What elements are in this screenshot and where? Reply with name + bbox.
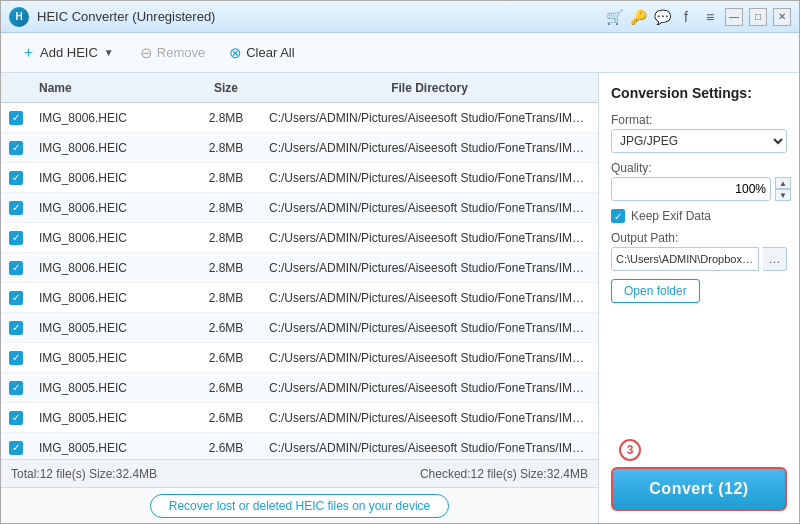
file-area: Name Size File Directory IMG_8006.HEIC 2… xyxy=(1,73,599,523)
table-row[interactable]: IMG_8005.HEIC 2.6MB C:/Users/ADMIN/Pictu… xyxy=(1,433,598,459)
window-title: HEIC Converter (Unregistered) xyxy=(37,9,605,24)
table-row[interactable]: IMG_8006.HEIC 2.8MB C:/Users/ADMIN/Pictu… xyxy=(1,103,598,133)
footer-total: Total:12 file(s) Size:32.4MB xyxy=(11,467,157,481)
row-name: IMG_8006.HEIC xyxy=(31,141,191,155)
row-checkbox[interactable] xyxy=(1,321,31,335)
row-size: 2.6MB xyxy=(191,411,261,425)
clear-all-label: Clear All xyxy=(246,45,294,60)
row-checkbox[interactable] xyxy=(1,171,31,185)
row-size: 2.8MB xyxy=(191,291,261,305)
row-dir: C:/Users/ADMIN/Pictures/Aiseesoft Studio… xyxy=(261,351,598,365)
table-row[interactable]: IMG_8006.HEIC 2.8MB C:/Users/ADMIN/Pictu… xyxy=(1,223,598,253)
add-icon: ＋ xyxy=(21,43,36,62)
row-name: IMG_8006.HEIC xyxy=(31,291,191,305)
quality-down-button[interactable]: ▼ xyxy=(775,189,791,201)
quality-up-button[interactable]: ▲ xyxy=(775,177,791,189)
table-row[interactable]: IMG_8005.HEIC 2.6MB C:/Users/ADMIN/Pictu… xyxy=(1,313,598,343)
app-window: H HEIC Converter (Unregistered) 🛒 🔑 💬 f … xyxy=(0,0,800,524)
row-name: IMG_8006.HEIC xyxy=(31,261,191,275)
exif-label: Keep Exif Data xyxy=(631,209,711,223)
format-select[interactable]: JPG/JPEG PNG BMP TIFF GIF xyxy=(611,129,787,153)
output-path-row: … xyxy=(611,247,787,271)
footer-bar: Total:12 file(s) Size:32.4MB Checked:12 … xyxy=(1,459,598,487)
output-path-input[interactable] xyxy=(611,247,759,271)
title-bar: H HEIC Converter (Unregistered) 🛒 🔑 💬 f … xyxy=(1,1,799,33)
row-checkbox[interactable] xyxy=(1,351,31,365)
table-row[interactable]: IMG_8006.HEIC 2.8MB C:/Users/ADMIN/Pictu… xyxy=(1,253,598,283)
table-row[interactable]: IMG_8005.HEIC 2.6MB C:/Users/ADMIN/Pictu… xyxy=(1,343,598,373)
quality-section: Quality: ▲ ▼ xyxy=(611,161,787,201)
row-dir: C:/Users/ADMIN/Pictures/Aiseesoft Studio… xyxy=(261,261,598,275)
row-checkbox[interactable] xyxy=(1,111,31,125)
row-name: IMG_8005.HEIC xyxy=(31,321,191,335)
row-name: IMG_8005.HEIC xyxy=(31,351,191,365)
row-checkbox[interactable] xyxy=(1,291,31,305)
remove-button[interactable]: ⊖ Remove xyxy=(130,40,215,66)
cart-icon[interactable]: 🛒 xyxy=(605,8,623,26)
row-checkbox[interactable] xyxy=(1,411,31,425)
remove-label: Remove xyxy=(157,45,205,60)
quality-label: Quality: xyxy=(611,161,787,175)
header-dir: File Directory xyxy=(261,81,598,95)
step-badge: 3 xyxy=(619,439,641,461)
row-size: 2.6MB xyxy=(191,321,261,335)
row-dir: C:/Users/ADMIN/Pictures/Aiseesoft Studio… xyxy=(261,171,598,185)
table-row[interactable]: IMG_8006.HEIC 2.8MB C:/Users/ADMIN/Pictu… xyxy=(1,193,598,223)
row-checkbox[interactable] xyxy=(1,141,31,155)
convert-button[interactable]: Convert (12) xyxy=(611,467,787,511)
menu-icon[interactable]: ≡ xyxy=(701,8,719,26)
dropdown-arrow-icon[interactable]: ▼ xyxy=(102,46,116,60)
row-size: 2.6MB xyxy=(191,441,261,455)
browse-button[interactable]: … xyxy=(763,247,787,271)
clear-all-button[interactable]: ⊗ Clear All xyxy=(219,40,304,66)
recover-link-button[interactable]: Recover lost or deleted HEIC files on yo… xyxy=(150,494,449,518)
row-dir: C:/Users/ADMIN/Pictures/Aiseesoft Studio… xyxy=(261,111,598,125)
facebook-icon[interactable]: f xyxy=(677,8,695,26)
row-size: 2.8MB xyxy=(191,261,261,275)
row-checkbox[interactable] xyxy=(1,381,31,395)
key-icon[interactable]: 🔑 xyxy=(629,8,647,26)
close-button[interactable]: ✕ xyxy=(773,8,791,26)
toolbar: ＋ Add HEIC ▼ ⊖ Remove ⊗ Clear All xyxy=(1,33,799,73)
table-body: IMG_8006.HEIC 2.8MB C:/Users/ADMIN/Pictu… xyxy=(1,103,598,459)
row-dir: C:/Users/ADMIN/Pictures/Aiseesoft Studio… xyxy=(261,411,598,425)
row-dir: C:/Users/ADMIN/Pictures/Aiseesoft Studio… xyxy=(261,231,598,245)
convert-section: 3 Convert (12) xyxy=(611,439,787,511)
row-checkbox[interactable] xyxy=(1,231,31,245)
row-name: IMG_8006.HEIC xyxy=(31,201,191,215)
table-row[interactable]: IMG_8006.HEIC 2.8MB C:/Users/ADMIN/Pictu… xyxy=(1,163,598,193)
minimize-button[interactable]: — xyxy=(725,8,743,26)
maximize-button[interactable]: □ xyxy=(749,8,767,26)
open-folder-button[interactable]: Open folder xyxy=(611,279,700,303)
recover-bar: Recover lost or deleted HEIC files on yo… xyxy=(1,487,598,523)
row-size: 2.8MB xyxy=(191,171,261,185)
table-row[interactable]: IMG_8005.HEIC 2.6MB C:/Users/ADMIN/Pictu… xyxy=(1,403,598,433)
add-heic-button[interactable]: ＋ Add HEIC ▼ xyxy=(11,39,126,66)
header-size: Size xyxy=(191,81,261,95)
row-dir: C:/Users/ADMIN/Pictures/Aiseesoft Studio… xyxy=(261,141,598,155)
row-name: IMG_8005.HEIC xyxy=(31,441,191,455)
format-label: Format: xyxy=(611,113,787,127)
table-row[interactable]: IMG_8005.HEIC 2.6MB C:/Users/ADMIN/Pictu… xyxy=(1,373,598,403)
table-row[interactable]: IMG_8006.HEIC 2.8MB C:/Users/ADMIN/Pictu… xyxy=(1,133,598,163)
row-checkbox[interactable] xyxy=(1,441,31,455)
row-checkbox[interactable] xyxy=(1,201,31,215)
row-size: 2.6MB xyxy=(191,351,261,365)
exif-row: Keep Exif Data xyxy=(611,209,787,223)
output-label: Output Path: xyxy=(611,231,787,245)
chat-icon[interactable]: 💬 xyxy=(653,8,671,26)
row-name: IMG_8006.HEIC xyxy=(31,111,191,125)
table-row[interactable]: IMG_8006.HEIC 2.8MB C:/Users/ADMIN/Pictu… xyxy=(1,283,598,313)
right-panel: Conversion Settings: Format: JPG/JPEG PN… xyxy=(599,73,799,523)
output-section: Output Path: … xyxy=(611,231,787,271)
row-name: IMG_8006.HEIC xyxy=(31,231,191,245)
row-checkbox[interactable] xyxy=(1,261,31,275)
quality-input[interactable] xyxy=(611,177,771,201)
row-dir: C:/Users/ADMIN/Pictures/Aiseesoft Studio… xyxy=(261,291,598,305)
row-size: 2.8MB xyxy=(191,231,261,245)
footer-checked: Checked:12 file(s) Size:32.4MB xyxy=(420,467,588,481)
row-name: IMG_8005.HEIC xyxy=(31,381,191,395)
row-name: IMG_8006.HEIC xyxy=(31,171,191,185)
remove-icon: ⊖ xyxy=(140,44,153,62)
exif-checkbox[interactable] xyxy=(611,209,625,223)
